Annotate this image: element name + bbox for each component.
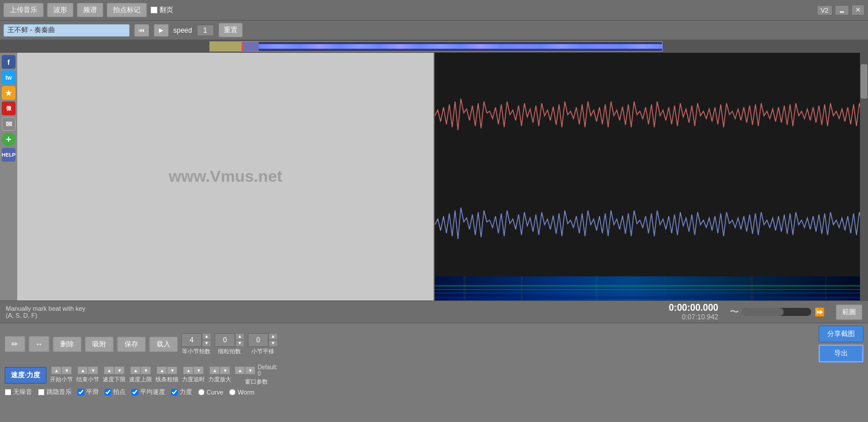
frequency-button[interactable]: 频谱 <box>77 3 103 17</box>
beats-per-bar-input[interactable]: 4 <box>181 333 202 347</box>
beat-granularity-up[interactable]: ▲ <box>235 333 244 340</box>
close-button[interactable]: ✕ <box>851 5 865 15</box>
share-screenshot-button[interactable]: 分享截图 <box>819 326 863 342</box>
zoom-slider[interactable] <box>742 308 811 316</box>
load-button[interactable]: 载入 <box>149 337 178 352</box>
facebook-icon[interactable]: f <box>2 55 15 69</box>
beat-mark-button[interactable]: 拍点标记 <box>107 3 147 17</box>
window-param-label: 窗口参数 <box>245 378 268 386</box>
end-bar-up[interactable]: ▲ <box>77 366 88 374</box>
worm-radio[interactable] <box>229 389 236 396</box>
speed-high-up[interactable]: ▲ <box>130 366 141 374</box>
start-bar-up[interactable]: ▲ <box>51 366 61 374</box>
curve-radio[interactable] <box>198 389 205 396</box>
bar-offset-input[interactable]: 0 <box>248 333 268 347</box>
skip-music-label: 跳隐音乐 <box>46 388 72 396</box>
force-time-down[interactable]: ▼ <box>193 366 204 374</box>
avg-speed-checkbox[interactable] <box>131 389 138 396</box>
page-checkbox[interactable] <box>150 6 158 14</box>
force-zoom-label: 力度放大 <box>208 376 231 384</box>
worm-radio-label: Worm <box>229 389 254 396</box>
status-text: Manually mark beat with key (A, S, D, F) <box>6 305 669 319</box>
skip-music-checkbox[interactable] <box>38 389 45 396</box>
overview-selection-region <box>242 42 259 51</box>
overview-track[interactable] <box>209 41 663 52</box>
bar-offset-down[interactable]: ▼ <box>268 340 278 347</box>
spectrogram-svg <box>435 276 868 300</box>
help-icon[interactable]: HELP <box>2 148 15 162</box>
bar-offset-up[interactable]: ▲ <box>268 333 278 340</box>
star-icon[interactable]: ★ <box>2 86 15 100</box>
line-width-up[interactable]: ▲ <box>157 366 167 374</box>
smooth-checkbox[interactable] <box>77 389 84 396</box>
zoom-controls: 〜 ⏩ <box>730 306 824 318</box>
beat-checkbox[interactable] <box>104 389 111 396</box>
bar-offset-group: 0 ▲ ▼ 小节平移 <box>248 333 278 355</box>
scrollbar-thumb[interactable] <box>861 64 867 99</box>
window-param-down[interactable]: ▼ <box>245 366 255 374</box>
delete-button[interactable]: 删除 <box>53 337 81 352</box>
song-name-input[interactable]: 王不鲜 - 奏秦曲 <box>3 24 130 37</box>
twitter-icon[interactable]: tw <box>2 71 15 84</box>
beats-per-bar-down[interactable]: ▼ <box>202 340 211 347</box>
right-waveform-panel[interactable] <box>435 53 868 300</box>
end-bar-btns: ▲ ▼ <box>77 366 98 374</box>
line-width-label: 线条粗细 <box>155 376 178 384</box>
beats-per-bar-input-row: 4 ▲ ▼ <box>181 333 211 347</box>
speed-input[interactable]: 1 <box>197 25 214 36</box>
force-checkbox[interactable] <box>171 389 178 396</box>
erase-button[interactable]: ✏ <box>5 336 25 352</box>
svg-rect-4 <box>435 296 868 299</box>
force-time-up[interactable]: ▲ <box>183 366 193 374</box>
no-noise-checkbox[interactable] <box>5 389 11 396</box>
bar-offset-label: 小节平移 <box>251 347 274 355</box>
right-scrollbar[interactable] <box>860 53 868 300</box>
zoom-right-button[interactable]: ⏩ <box>815 307 824 316</box>
erase-group: ✏ <box>5 336 25 352</box>
force-zoom-up[interactable]: ▲ <box>209 366 220 374</box>
force-zoom-down[interactable]: ▼ <box>220 366 230 374</box>
overview-bar[interactable] <box>0 40 868 53</box>
window-param-up[interactable]: ▲ <box>235 366 245 374</box>
beat-granularity-label: 细粒拍数 <box>218 347 241 355</box>
version-button[interactable]: V2 <box>817 5 832 15</box>
svg-rect-11 <box>825 276 827 300</box>
end-bar-down[interactable]: ▼ <box>88 366 98 374</box>
mail-icon[interactable]: ✉ <box>2 117 15 131</box>
speed-low-up[interactable]: ▲ <box>104 366 114 374</box>
weibo-icon[interactable]: 微 <box>2 101 15 115</box>
snap-button[interactable]: 吸附 <box>85 337 114 352</box>
rewind-button[interactable]: ⏮ <box>134 24 149 37</box>
svg-rect-1 <box>435 285 868 287</box>
beats-per-bar-up[interactable]: ▲ <box>202 333 211 340</box>
force-time-btns: ▲ ▼ <box>183 366 204 374</box>
beat-granularity-group: 0 ▲ ▼ 细粒拍数 <box>215 333 244 355</box>
waveform-button[interactable]: 波形 <box>47 3 73 17</box>
reset-button[interactable]: 重置 <box>219 23 243 37</box>
avg-speed-checkbox-label: 平均速度 <box>131 388 165 396</box>
window-param-group: ▲ ▼ Default: 0 窗口参数 <box>235 364 277 386</box>
speed-high-group: ▲ ▼ 速度上限 <box>129 366 152 384</box>
left-waveform-panel[interactable]: www.Vmus.net <box>17 53 435 300</box>
minimize-button[interactable]: 🗕 <box>835 5 849 15</box>
line-width-down[interactable]: ▼ <box>167 366 177 374</box>
svg-rect-10 <box>750 276 753 300</box>
main-area: f tw ★ 微 ✉ + HELP www.Vmus.net <box>0 53 868 300</box>
speed-low-down[interactable]: ▼ <box>114 366 124 374</box>
range-view-button[interactable]: 範圖 <box>836 304 862 320</box>
play-button[interactable]: ▶ <box>154 24 169 37</box>
export-button[interactable]: 导出 <box>819 345 863 362</box>
line-width-group: ▲ ▼ 线条粗细 <box>155 366 178 384</box>
start-bar-down[interactable]: ▼ <box>61 366 72 374</box>
move-button[interactable]: ↔ <box>29 336 49 352</box>
watermark: www.Vmus.net <box>169 167 282 186</box>
beat-granularity-down[interactable]: ▼ <box>235 340 244 347</box>
beats-per-bar-spinner-btns: ▲ ▼ <box>202 333 211 347</box>
curve-label: Curve <box>207 389 223 396</box>
speed-high-down[interactable]: ▼ <box>141 366 151 374</box>
speed-mode-button[interactable]: 速度·力度 <box>5 367 46 384</box>
plus-icon[interactable]: + <box>2 132 15 146</box>
upload-music-button[interactable]: 上传音乐 <box>3 3 44 17</box>
beat-granularity-input[interactable]: 0 <box>215 333 235 347</box>
save-button[interactable]: 保存 <box>117 337 146 352</box>
